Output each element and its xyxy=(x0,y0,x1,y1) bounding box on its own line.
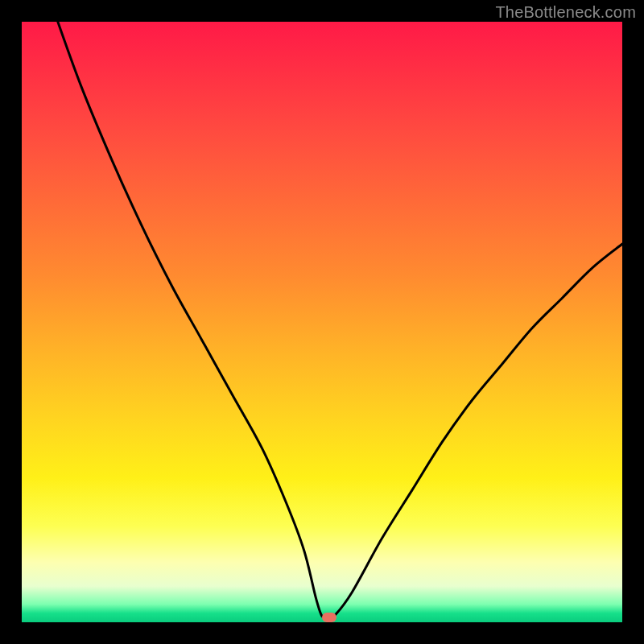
plot-area xyxy=(22,22,622,622)
bottleneck-curve xyxy=(22,22,622,622)
chart-frame: TheBottleneck.com xyxy=(0,0,644,644)
watermark-text: TheBottleneck.com xyxy=(495,3,636,22)
optimum-marker xyxy=(322,613,336,622)
